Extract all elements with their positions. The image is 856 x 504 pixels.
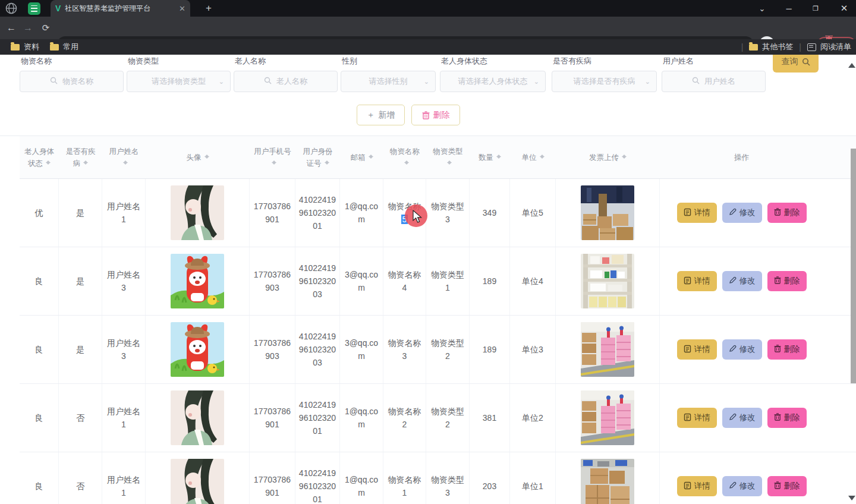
delete-button[interactable]: 删除 bbox=[767, 408, 807, 428]
cell-text: 物资类型2 bbox=[429, 405, 466, 431]
search-icon bbox=[802, 58, 810, 66]
cell-text: 17703786901 bbox=[253, 200, 292, 226]
column-header-material[interactable]: 物资名称 bbox=[383, 136, 426, 178]
add-button[interactable]: ＋ 新增 bbox=[357, 105, 405, 125]
column-header-username[interactable]: 用户姓名 bbox=[102, 136, 146, 178]
scrollbar-down-arrow[interactable] bbox=[848, 496, 855, 504]
tab-search-icon[interactable]: ⌄ bbox=[749, 0, 775, 17]
invoice-image[interactable] bbox=[581, 390, 634, 445]
cell-disease: 是 bbox=[59, 247, 102, 315]
search-icon bbox=[692, 77, 700, 86]
sort-caret-icon[interactable] bbox=[621, 152, 627, 160]
column-header-unit[interactable]: 单位 bbox=[510, 136, 556, 178]
forward-button[interactable]: → bbox=[21, 21, 34, 34]
column-header-status[interactable]: 老人身体状态 bbox=[20, 136, 59, 178]
tab-close-icon[interactable]: ✕ bbox=[179, 4, 185, 13]
maximize-button[interactable]: ❐ bbox=[802, 0, 829, 17]
cell-email: 3@qq.com bbox=[340, 316, 383, 383]
filter-input-user-name[interactable]: 用户姓名 bbox=[662, 71, 766, 92]
edit-button[interactable]: 修改 bbox=[722, 339, 762, 360]
cell-status: 良 bbox=[20, 316, 59, 383]
column-header-email[interactable]: 邮箱 bbox=[340, 136, 383, 178]
window-close-button[interactable]: ✕ bbox=[831, 0, 856, 17]
filter-select-has-disease[interactable]: 请选择是否有疾病⌄ bbox=[552, 71, 657, 92]
scrollbar-thumb[interactable] bbox=[851, 149, 856, 383]
batch-delete-button[interactable]: 删除 bbox=[411, 105, 460, 125]
detail-button[interactable]: 详情 bbox=[677, 408, 717, 428]
bookmark-item[interactable]: 常用 bbox=[50, 42, 78, 52]
girl-avatar[interactable] bbox=[171, 459, 224, 504]
sort-caret-icon[interactable] bbox=[122, 158, 128, 166]
detail-button[interactable]: 详情 bbox=[677, 339, 717, 360]
sort-caret-icon[interactable] bbox=[539, 152, 545, 160]
green-app-icon[interactable] bbox=[28, 2, 40, 15]
girl-avatar[interactable] bbox=[171, 185, 224, 240]
chevron-down-icon: ⌄ bbox=[219, 78, 224, 86]
detail-button[interactable]: 详情 bbox=[677, 271, 717, 291]
cell-text: 17703786901 bbox=[253, 473, 292, 499]
edit-button[interactable]: 修改 bbox=[722, 476, 762, 496]
invoice-image[interactable] bbox=[581, 254, 634, 308]
query-button[interactable]: 查询 bbox=[773, 55, 819, 73]
column-header-idcard[interactable]: 用户身份证号 bbox=[295, 136, 340, 178]
edit-button[interactable]: 修改 bbox=[722, 408, 762, 428]
filter-input-elder-name[interactable]: 老人名称 bbox=[234, 71, 338, 92]
cell-status: 良 bbox=[20, 452, 59, 504]
minimize-button[interactable]: ─ bbox=[776, 0, 802, 17]
new-tab-button[interactable]: + bbox=[202, 2, 215, 14]
column-header-invoice[interactable]: 发票上传 bbox=[556, 136, 660, 178]
column-header-quantity[interactable]: 数量 bbox=[470, 136, 510, 178]
column-header-phone[interactable]: 用户手机号 bbox=[250, 136, 295, 178]
cell-invoice bbox=[556, 384, 660, 452]
placeholder-text: 请选择物资类型 bbox=[152, 76, 206, 87]
invoice-image[interactable] bbox=[581, 459, 634, 504]
edit-icon bbox=[729, 481, 737, 491]
sort-caret-icon[interactable] bbox=[82, 158, 88, 166]
sort-caret-icon[interactable] bbox=[203, 152, 209, 160]
delete-button[interactable]: 删除 bbox=[767, 339, 807, 360]
column-header-disease[interactable]: 是否有疾病 bbox=[59, 136, 102, 178]
edit-button[interactable]: 修改 bbox=[722, 271, 762, 291]
sort-caret-icon[interactable] bbox=[367, 152, 373, 160]
column-header-content: 老人身体状态 bbox=[24, 146, 55, 169]
sort-caret-icon[interactable] bbox=[446, 158, 452, 166]
sort-caret-icon[interactable] bbox=[45, 158, 51, 166]
back-button[interactable]: ← bbox=[5, 21, 18, 34]
cell-text: 189 bbox=[483, 343, 496, 356]
cell-text: 410224199610232001 bbox=[298, 398, 336, 437]
girl-avatar[interactable] bbox=[171, 390, 224, 445]
sort-caret-icon[interactable] bbox=[270, 158, 276, 166]
sort-caret-icon[interactable] bbox=[323, 158, 329, 166]
rabbit-avatar[interactable] bbox=[171, 322, 224, 377]
delete-button[interactable]: 删除 bbox=[767, 203, 807, 223]
invoice-image[interactable] bbox=[581, 185, 634, 240]
cell-type: 物资类型2 bbox=[426, 316, 470, 383]
delete-button[interactable]: 删除 bbox=[767, 271, 807, 291]
filter-select-body-status[interactable]: 请选择老人身体状态⌄ bbox=[440, 71, 546, 92]
delete-button[interactable]: 删除 bbox=[767, 476, 807, 496]
bookmark-item[interactable]: 资料 bbox=[11, 42, 39, 52]
column-header-type[interactable]: 物资类型 bbox=[426, 136, 470, 178]
filter-select-wuzi-type[interactable]: 请选择物资类型⌄ bbox=[127, 71, 231, 92]
filter-input-wuzi-name[interactable]: 物资名称 bbox=[20, 71, 124, 92]
detail-button[interactable]: 详情 bbox=[677, 203, 717, 223]
detail-button[interactable]: 详情 bbox=[677, 476, 717, 496]
globe-icon[interactable] bbox=[5, 2, 18, 15]
table-row: 良否用户姓名1177037869014102241996102320011@qq… bbox=[20, 384, 856, 452]
edit-button[interactable]: 修改 bbox=[722, 203, 762, 223]
reading-list-button[interactable]: 阅读清单 bbox=[807, 42, 851, 52]
other-bookmarks-button[interactable]: 其他书签 bbox=[749, 42, 793, 52]
column-header-avatar[interactable]: 头像 bbox=[146, 136, 250, 178]
cell-text: 良 bbox=[35, 411, 43, 424]
edit-icon bbox=[729, 276, 737, 286]
bookmark-label: 资料 bbox=[24, 42, 39, 52]
rabbit-avatar[interactable] bbox=[171, 254, 224, 308]
cell-invoice bbox=[556, 316, 660, 383]
sort-caret-icon[interactable] bbox=[495, 152, 501, 160]
sort-caret-icon[interactable] bbox=[403, 158, 409, 166]
invoice-image[interactable] bbox=[581, 322, 634, 377]
scrollbar-up-arrow[interactable] bbox=[848, 59, 855, 68]
filter-select-gender[interactable]: 请选择性别⌄ bbox=[341, 71, 436, 92]
reload-button[interactable]: ⟳ bbox=[39, 21, 52, 34]
active-tab[interactable]: V 社区智慧养老监护管理平台 ✕ bbox=[51, 0, 190, 17]
